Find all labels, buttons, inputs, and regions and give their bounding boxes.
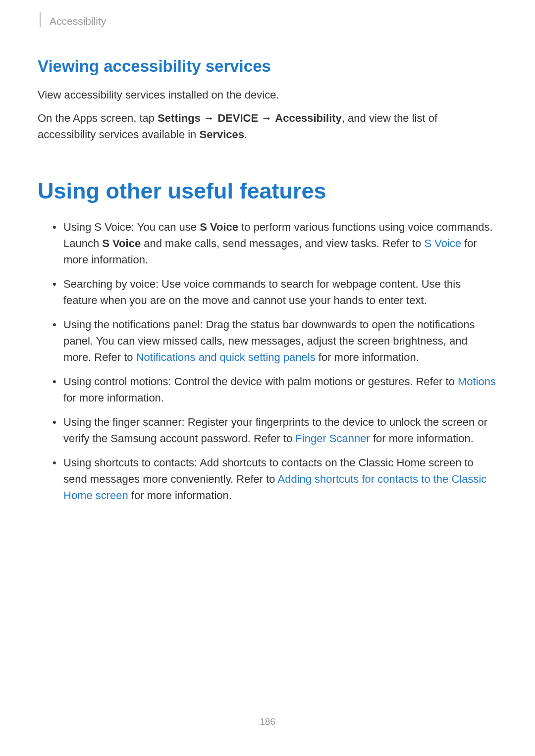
accessibility-label: Accessibility — [275, 112, 342, 124]
list-item: Using S Voice: You can use S Voice to pe… — [53, 219, 497, 268]
bold-text: S Voice — [200, 221, 238, 233]
finger-scanner-link[interactable]: Finger Scanner — [295, 432, 370, 445]
section-heading: Viewing accessibility services — [38, 57, 497, 76]
text: . — [244, 128, 247, 141]
page-number: 186 — [0, 716, 535, 727]
main-heading: Using other useful features — [38, 178, 497, 204]
services-label: Services — [199, 128, 244, 141]
list-item: Using shortcuts to contacts: Add shortcu… — [53, 454, 497, 504]
motions-link[interactable]: Motions — [458, 375, 496, 388]
arrow-icon: → — [201, 112, 217, 124]
text: Using S Voice: You can use — [63, 221, 200, 233]
bold-text: S Voice — [102, 237, 141, 250]
text: for more information. — [63, 392, 164, 404]
svoice-link[interactable]: S Voice — [424, 237, 461, 250]
list-item: Searching by voice: Use voice commands t… — [53, 276, 497, 308]
text: for more information. — [370, 432, 474, 445]
text: for more information. — [316, 351, 419, 363]
feature-list: Using S Voice: You can use S Voice to pe… — [38, 219, 497, 504]
text: Searching by voice: Use voice commands t… — [63, 278, 461, 306]
list-item: Using the notifications panel: Drag the … — [53, 316, 497, 365]
page-content: Accessibility Viewing accessibility serv… — [0, 0, 535, 504]
intro-paragraph: View accessibility services installed on… — [38, 87, 497, 103]
settings-label: Settings — [158, 112, 201, 124]
breadcrumb-divider — [40, 12, 41, 27]
navigation-paragraph: On the Apps screen, tap Settings → DEVIC… — [38, 110, 497, 143]
breadcrumb-label: Accessibility — [50, 15, 106, 27]
breadcrumb: Accessibility — [38, 15, 497, 27]
text: Using control motions: Control the devic… — [63, 375, 458, 388]
arrow-icon: → — [258, 112, 275, 124]
notifications-link[interactable]: Notifications and quick setting panels — [136, 351, 316, 363]
text: and make calls, send messages, and view … — [141, 237, 424, 250]
text: On the Apps screen, tap — [38, 112, 158, 124]
text: for more information. — [128, 489, 232, 502]
list-item: Using the finger scanner: Register your … — [53, 414, 497, 447]
device-label: DEVICE — [217, 112, 258, 124]
list-item: Using control motions: Control the devic… — [53, 373, 497, 406]
